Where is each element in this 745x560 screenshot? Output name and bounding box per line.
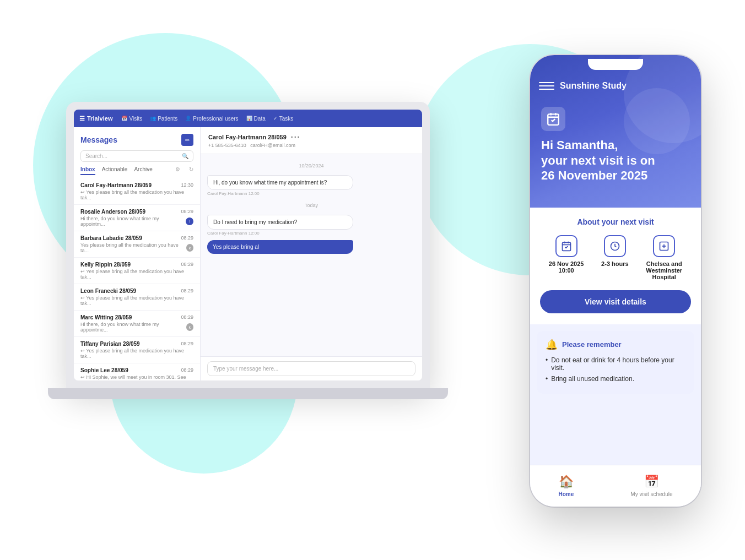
tasks-icon: ✓ — [273, 116, 278, 121]
message-preview: ↩ Yes please bring all the medication yo… — [80, 348, 193, 359]
visit-date-item: 26 Nov 202510:00 — [549, 235, 584, 280]
list-item: Yes please bring al — [207, 240, 415, 254]
patients-icon: 👥 — [150, 116, 156, 121]
data-icon: 📊 — [246, 116, 252, 121]
message-time: 08:29 — [181, 235, 193, 241]
list-item[interactable]: Marc Witting 28/059 08:29 Hi there, do y… — [74, 311, 200, 337]
refresh-icon: ↻ — [189, 166, 193, 175]
message-sender: Marc Witting 28/059 — [80, 314, 132, 320]
phone-outer: Sunshine Study Hi Samantha,your next vis… — [530, 55, 701, 507]
message-row-header: Kelly Rippin 28/059 08:29 — [80, 262, 193, 268]
menu-icon: ☰ — [79, 115, 85, 122]
chat-input-area: Type your message here... — [201, 356, 422, 380]
hamburger-menu-button[interactable] — [539, 78, 554, 94]
list-item[interactable]: Kelly Rippin 28/059 08:29 ↩ Yes please b… — [74, 258, 200, 284]
list-item: Do I need to bring my medication? Carol … — [207, 215, 415, 236]
message-time: 08:29 — [181, 341, 193, 347]
nav-home-item[interactable]: 🏠 Home — [559, 475, 574, 497]
laptop: ☰ Trialview 📅 Visits 👥 Patients 👤 Profes… — [66, 102, 430, 405]
message-time: 08:29 — [181, 209, 193, 215]
preview-text: ↩ Yes please bring all the medication yo… — [80, 189, 193, 200]
message-preview: ↩ Yes please bring all the medication yo… — [80, 269, 193, 280]
unread-badge: ! — [186, 218, 193, 225]
list-item[interactable]: Leon Franecki 28/059 08:29 ↩ Yes please … — [74, 284, 200, 311]
label-badge: k — [186, 323, 193, 331]
message-row-header: Barbara Labadie 28/059 08:29 — [80, 235, 193, 241]
nav-data[interactable]: 📊 Data — [246, 116, 266, 122]
preview-text: Hi there, do you know what time my appoi… — [80, 216, 182, 227]
tab-archive[interactable]: Archive — [134, 166, 152, 175]
remember-item-2: • Bring all unused medication. — [546, 375, 685, 383]
message-time: 12:30 — [181, 182, 193, 188]
chat-name: Carol Fay-Hartmann 28/059 ··· — [208, 133, 414, 142]
list-item: Hi, do you know what time my appointment… — [207, 175, 415, 196]
remember-title: Please remember — [562, 340, 622, 349]
preview-text: Yes please bring all the medication you … — [80, 242, 182, 253]
list-item[interactable]: Rosalie Anderson 28/059 08:29 Hi there, … — [74, 205, 200, 231]
remember-item-1-text: Do not eat or drink for 4 hours before y… — [551, 356, 685, 372]
laptop-base — [48, 388, 448, 399]
phone-header: Sunshine Study Hi Samantha,your next vis… — [530, 55, 701, 208]
prof-icon: 👤 — [185, 116, 191, 121]
remember-card: 🔔 Please remember • Do not eat or drink … — [537, 331, 694, 394]
message-bubble-incoming: Do I need to bring my medication? — [207, 215, 353, 230]
message-sender: Tiffany Parisian 28/059 — [80, 341, 140, 347]
message-sender-label: Carol Fay-Hartmann 12:00 — [207, 191, 415, 196]
compose-icon: ✏ — [185, 137, 190, 143]
message-preview: ↩ Yes please bring all the medication yo… — [80, 189, 193, 200]
list-item[interactable]: Barbara Labadie 28/059 08:29 Yes please … — [74, 231, 200, 258]
message-sender-label: Carol Fay-Hartmann 12:00 — [207, 231, 415, 236]
svg-rect-4 — [562, 242, 570, 251]
visit-duration-item: 2-3 hours — [601, 235, 629, 280]
message-time: 08:29 — [181, 367, 193, 373]
nav-schedule-item[interactable]: 📅 My visit schedule — [630, 475, 672, 497]
phone-body: About your next visit 26 N — [530, 208, 701, 507]
chat-input[interactable]: Type your message here... — [207, 361, 415, 376]
message-preview: Hi there, do you know what time my appoi… — [80, 216, 193, 227]
visit-location-text: Chelsea andWestminsterHospital — [646, 260, 682, 280]
more-options-icon[interactable]: ··· — [291, 133, 301, 142]
tab-bar: Inbox Actionable Archive ⚙ ↻ — [74, 166, 200, 175]
bullet-1: • — [546, 356, 548, 372]
search-input[interactable]: Search... — [85, 153, 180, 159]
message-row-header: Tiffany Parisian 28/059 08:29 — [80, 341, 193, 347]
visit-duration-text: 2-3 hours — [601, 260, 629, 267]
messages-title: Messages — [80, 135, 117, 144]
nav-tasks[interactable]: ✓ Tasks — [273, 116, 294, 122]
list-item[interactable]: Sophie Lee 28/059 08:29 ↩ Hi Sophie, we … — [74, 363, 200, 380]
nav-data-label: Data — [254, 116, 266, 122]
bell-icon: 🔔 — [546, 339, 558, 351]
message-sender: Carol Fay-Hartmann 28/059 — [80, 182, 152, 188]
message-row-header: Leon Franecki 28/059 08:29 — [80, 288, 193, 294]
compose-button[interactable]: ✏ — [181, 134, 193, 146]
laptop-screen: ☰ Trialview 📅 Visits 👥 Patients 👤 Profes… — [74, 110, 422, 380]
list-item[interactable]: Carol Fay-Hartmann 28/059 12:30 ↩ Yes pl… — [74, 178, 200, 205]
nav-items: 📅 Visits 👥 Patients 👤 Professional users… — [121, 116, 293, 122]
bullet-2: • — [546, 375, 548, 383]
chat-header: Carol Fay-Hartmann 28/059 ··· +1 585-535… — [201, 127, 422, 154]
message-preview: ↩ Hi Sophie, we will meet you in room 30… — [80, 374, 193, 380]
preview-text: ↩ Hi Sophie, we will meet you in room 30… — [80, 374, 193, 380]
message-bubble-incoming: Hi, do you know what time my appointment… — [207, 175, 353, 190]
nav-patients[interactable]: 👥 Patients — [150, 116, 177, 122]
date-divider-2: Today — [207, 203, 415, 208]
remember-header: 🔔 Please remember — [546, 339, 685, 351]
message-time: 08:29 — [181, 314, 193, 320]
visit-date-text: 26 Nov 202510:00 — [549, 260, 584, 274]
nav-logo-text: Trialview — [87, 115, 112, 122]
tab-actionable[interactable]: Actionable — [102, 166, 128, 175]
preview-text: ↩ Yes please bring all the medication yo… — [80, 295, 193, 306]
visit-card: About your next visit 26 N — [530, 208, 701, 324]
tab-inbox[interactable]: Inbox — [80, 166, 95, 175]
visit-info-grid: 26 Nov 202510:00 2-3 hours — [540, 235, 691, 280]
nav-professional-users[interactable]: 👤 Professional users — [185, 116, 238, 122]
view-visit-details-button[interactable]: View visit details — [540, 290, 691, 313]
message-list: Carol Fay-Hartmann 28/059 12:30 ↩ Yes pl… — [74, 178, 200, 380]
nav-visits[interactable]: 📅 Visits — [121, 116, 142, 122]
preview-text: ↩ Yes please bring all the medication yo… — [80, 348, 193, 359]
message-text: Do I need to bring my medication? — [213, 219, 297, 225]
hamburger-line-3 — [539, 89, 554, 90]
message-row-header: Carol Fay-Hartmann 28/059 12:30 — [80, 182, 193, 188]
list-item[interactable]: Tiffany Parisian 28/059 08:29 ↩ Yes plea… — [74, 337, 200, 363]
laptop-body: ☰ Trialview 📅 Visits 👥 Patients 👤 Profes… — [66, 102, 430, 388]
